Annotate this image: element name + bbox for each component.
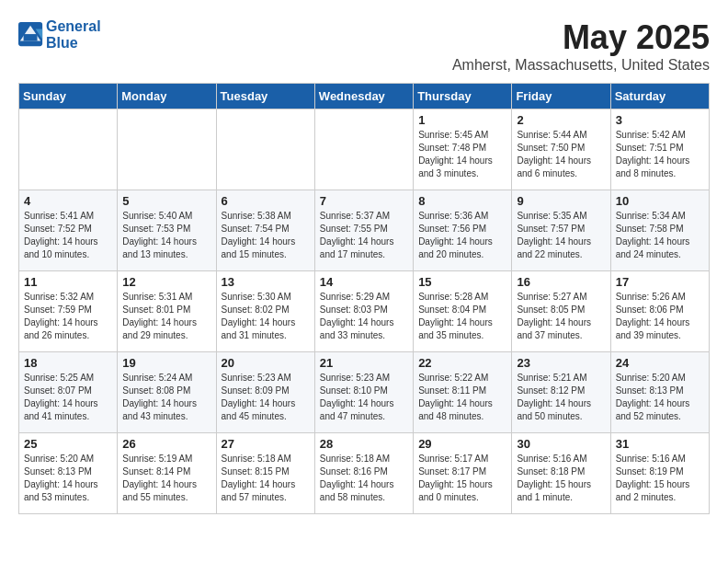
header: General Blue May 2025 Amherst, Massachus…	[18, 18, 710, 74]
calendar-day-cell: 2Sunrise: 5:44 AM Sunset: 7:50 PM Daylig…	[512, 109, 610, 190]
day-number: 4	[24, 194, 112, 208]
day-of-week-header: Saturday	[610, 84, 709, 109]
calendar-day-cell	[19, 109, 118, 190]
calendar-day-cell: 20Sunrise: 5:23 AM Sunset: 8:09 PM Dayli…	[216, 352, 314, 433]
day-info: Sunrise: 5:41 AM Sunset: 7:52 PM Dayligh…	[24, 210, 112, 261]
calendar-week-row: 18Sunrise: 5:25 AM Sunset: 8:07 PM Dayli…	[19, 352, 710, 433]
day-number: 7	[320, 194, 408, 208]
day-number: 26	[122, 437, 210, 451]
logo: General Blue	[18, 18, 101, 52]
day-number: 25	[24, 437, 112, 451]
day-number: 27	[222, 437, 310, 451]
calendar-day-cell: 13Sunrise: 5:30 AM Sunset: 8:02 PM Dayli…	[216, 271, 314, 352]
day-number: 30	[517, 437, 605, 451]
day-info: Sunrise: 5:26 AM Sunset: 8:06 PM Dayligh…	[616, 291, 704, 342]
calendar-day-cell: 21Sunrise: 5:23 AM Sunset: 8:10 PM Dayli…	[314, 352, 413, 433]
day-info: Sunrise: 5:18 AM Sunset: 8:15 PM Dayligh…	[222, 453, 310, 504]
day-info: Sunrise: 5:35 AM Sunset: 7:57 PM Dayligh…	[517, 210, 605, 261]
calendar-day-cell: 8Sunrise: 5:36 AM Sunset: 7:56 PM Daylig…	[414, 190, 512, 271]
calendar-day-cell: 30Sunrise: 5:16 AM Sunset: 8:18 PM Dayli…	[512, 433, 610, 514]
calendar-day-cell: 1Sunrise: 5:45 AM Sunset: 7:48 PM Daylig…	[414, 109, 512, 190]
day-of-week-header: Thursday	[414, 84, 512, 109]
day-info: Sunrise: 5:45 AM Sunset: 7:48 PM Dayligh…	[418, 129, 506, 180]
calendar-day-cell: 10Sunrise: 5:34 AM Sunset: 7:58 PM Dayli…	[610, 190, 709, 271]
logo-text: General Blue	[46, 18, 101, 52]
calendar-day-cell: 7Sunrise: 5:37 AM Sunset: 7:55 PM Daylig…	[314, 190, 413, 271]
calendar-day-cell	[314, 109, 413, 190]
day-info: Sunrise: 5:38 AM Sunset: 7:54 PM Dayligh…	[222, 210, 310, 261]
calendar-day-cell	[216, 109, 314, 190]
day-number: 6	[222, 194, 310, 208]
day-number: 10	[616, 194, 704, 208]
calendar-day-cell: 25Sunrise: 5:20 AM Sunset: 8:13 PM Dayli…	[19, 433, 118, 514]
calendar-day-cell: 22Sunrise: 5:22 AM Sunset: 8:11 PM Dayli…	[414, 352, 512, 433]
calendar-day-cell: 28Sunrise: 5:18 AM Sunset: 8:16 PM Dayli…	[314, 433, 413, 514]
day-number: 5	[122, 194, 210, 208]
calendar-day-cell: 31Sunrise: 5:16 AM Sunset: 8:19 PM Dayli…	[610, 433, 709, 514]
day-number: 17	[616, 275, 704, 289]
day-number: 11	[24, 275, 112, 289]
calendar-day-cell: 29Sunrise: 5:17 AM Sunset: 8:17 PM Dayli…	[414, 433, 512, 514]
day-info: Sunrise: 5:21 AM Sunset: 8:12 PM Dayligh…	[517, 372, 605, 423]
day-of-week-header: Sunday	[19, 84, 118, 109]
calendar-week-row: 25Sunrise: 5:20 AM Sunset: 8:13 PM Dayli…	[19, 433, 710, 514]
day-info: Sunrise: 5:32 AM Sunset: 7:59 PM Dayligh…	[24, 291, 112, 342]
day-number: 1	[418, 113, 506, 127]
calendar-day-cell: 9Sunrise: 5:35 AM Sunset: 7:57 PM Daylig…	[512, 190, 610, 271]
day-number: 9	[517, 194, 605, 208]
day-info: Sunrise: 5:37 AM Sunset: 7:55 PM Dayligh…	[320, 210, 408, 261]
day-info: Sunrise: 5:25 AM Sunset: 8:07 PM Dayligh…	[24, 372, 112, 423]
day-info: Sunrise: 5:23 AM Sunset: 8:10 PM Dayligh…	[320, 372, 408, 423]
calendar-day-cell: 11Sunrise: 5:32 AM Sunset: 7:59 PM Dayli…	[19, 271, 118, 352]
day-number: 23	[517, 356, 605, 370]
day-info: Sunrise: 5:30 AM Sunset: 8:02 PM Dayligh…	[222, 291, 310, 342]
day-number: 3	[616, 113, 704, 127]
day-info: Sunrise: 5:23 AM Sunset: 8:09 PM Dayligh…	[222, 372, 310, 423]
day-of-week-header: Friday	[512, 84, 610, 109]
calendar-week-row: 1Sunrise: 5:45 AM Sunset: 7:48 PM Daylig…	[19, 109, 710, 190]
calendar-day-cell: 18Sunrise: 5:25 AM Sunset: 8:07 PM Dayli…	[19, 352, 118, 433]
day-info: Sunrise: 5:28 AM Sunset: 8:04 PM Dayligh…	[418, 291, 506, 342]
calendar-day-cell: 14Sunrise: 5:29 AM Sunset: 8:03 PM Dayli…	[314, 271, 413, 352]
day-number: 14	[320, 275, 408, 289]
calendar-day-cell: 3Sunrise: 5:42 AM Sunset: 7:51 PM Daylig…	[610, 109, 709, 190]
day-info: Sunrise: 5:18 AM Sunset: 8:16 PM Dayligh…	[320, 453, 408, 504]
day-number: 16	[517, 275, 605, 289]
day-number: 28	[320, 437, 408, 451]
day-number: 15	[418, 275, 506, 289]
month-title: May 2025	[452, 18, 710, 57]
day-number: 19	[122, 356, 210, 370]
day-info: Sunrise: 5:19 AM Sunset: 8:14 PM Dayligh…	[122, 453, 210, 504]
title-area: May 2025 Amherst, Massachusetts, United …	[452, 18, 710, 74]
day-number: 24	[616, 356, 704, 370]
calendar-day-cell: 27Sunrise: 5:18 AM Sunset: 8:15 PM Dayli…	[216, 433, 314, 514]
calendar-day-cell: 12Sunrise: 5:31 AM Sunset: 8:01 PM Dayli…	[118, 271, 216, 352]
day-info: Sunrise: 5:24 AM Sunset: 8:08 PM Dayligh…	[122, 372, 210, 423]
day-info: Sunrise: 5:20 AM Sunset: 8:13 PM Dayligh…	[24, 453, 112, 504]
logo-icon	[18, 22, 44, 48]
day-info: Sunrise: 5:29 AM Sunset: 8:03 PM Dayligh…	[320, 291, 408, 342]
day-info: Sunrise: 5:22 AM Sunset: 8:11 PM Dayligh…	[418, 372, 506, 423]
day-number: 13	[222, 275, 310, 289]
day-info: Sunrise: 5:16 AM Sunset: 8:19 PM Dayligh…	[616, 453, 704, 504]
calendar-day-cell: 23Sunrise: 5:21 AM Sunset: 8:12 PM Dayli…	[512, 352, 610, 433]
day-number: 29	[418, 437, 506, 451]
calendar-day-cell: 6Sunrise: 5:38 AM Sunset: 7:54 PM Daylig…	[216, 190, 314, 271]
day-number: 2	[517, 113, 605, 127]
day-of-week-header: Wednesday	[314, 84, 413, 109]
calendar-day-cell: 24Sunrise: 5:20 AM Sunset: 8:13 PM Dayli…	[610, 352, 709, 433]
day-info: Sunrise: 5:27 AM Sunset: 8:05 PM Dayligh…	[517, 291, 605, 342]
header-row: SundayMondayTuesdayWednesdayThursdayFrid…	[19, 84, 710, 109]
calendar-day-cell: 19Sunrise: 5:24 AM Sunset: 8:08 PM Dayli…	[118, 352, 216, 433]
day-number: 22	[418, 356, 506, 370]
day-info: Sunrise: 5:16 AM Sunset: 8:18 PM Dayligh…	[517, 453, 605, 504]
location-title: Amherst, Massachusetts, United States	[452, 57, 710, 74]
day-info: Sunrise: 5:44 AM Sunset: 7:50 PM Dayligh…	[517, 129, 605, 180]
calendar-week-row: 4Sunrise: 5:41 AM Sunset: 7:52 PM Daylig…	[19, 190, 710, 271]
day-number: 18	[24, 356, 112, 370]
calendar-week-row: 11Sunrise: 5:32 AM Sunset: 7:59 PM Dayli…	[19, 271, 710, 352]
calendar-day-cell: 26Sunrise: 5:19 AM Sunset: 8:14 PM Dayli…	[118, 433, 216, 514]
calendar-day-cell: 16Sunrise: 5:27 AM Sunset: 8:05 PM Dayli…	[512, 271, 610, 352]
day-of-week-header: Monday	[118, 84, 216, 109]
day-number: 12	[122, 275, 210, 289]
